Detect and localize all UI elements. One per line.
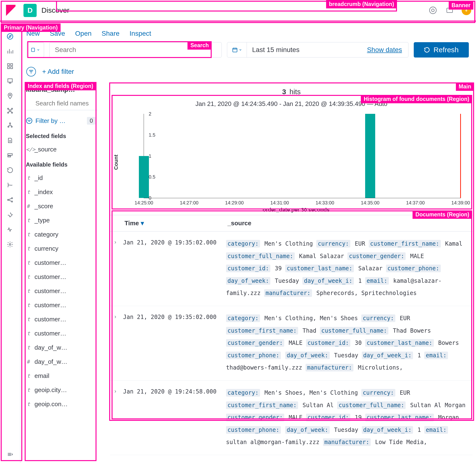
add-filter-link[interactable]: + Add filter <box>42 68 74 75</box>
nav-maps-icon[interactable] <box>6 92 14 100</box>
menu-new[interactable]: New <box>26 30 40 37</box>
histogram-caption: Jan 21, 2020 @ 14:24:35.490 - Jan 21, 20… <box>110 100 473 107</box>
nav-monitoring-icon[interactable] <box>6 226 14 233</box>
field-name: currency <box>35 245 58 252</box>
field-key: manufacturer: <box>264 289 312 297</box>
field-key: customer_full_name: <box>320 327 389 335</box>
svg-point-14 <box>11 112 13 113</box>
refresh-button[interactable]: Refresh <box>414 42 469 58</box>
chart-x-tick: 14:27:00 <box>180 200 199 206</box>
field-item[interactable]: #_score <box>26 199 98 213</box>
svg-point-11 <box>8 108 9 109</box>
field-item[interactable]: tcategory <box>26 227 98 241</box>
nav-discover-icon[interactable] <box>6 33 14 40</box>
calendar-button[interactable] <box>227 42 247 57</box>
fields-sidebar: kibana_samp… Filter by … 0 Selected fiel… <box>26 86 98 463</box>
field-key: category: <box>226 389 260 397</box>
field-key: customer_full_name: <box>226 252 295 260</box>
nav-logs-icon[interactable] <box>6 137 14 144</box>
nav-expand-icon[interactable] <box>6 451 14 458</box>
svg-point-3 <box>7 34 13 39</box>
svg-rect-25 <box>233 48 237 52</box>
newsfeed-icon[interactable] <box>445 6 454 15</box>
field-type-icon: t <box>26 302 31 308</box>
svg-point-20 <box>8 199 9 201</box>
field-search-input[interactable] <box>26 97 98 110</box>
show-dates-link[interactable]: Show dates <box>367 46 402 54</box>
field-key: customer_last_name: <box>365 414 434 421</box>
nav-devtools-icon[interactable] <box>6 211 14 219</box>
field-item[interactable]: #day_of_w… <box>26 355 98 369</box>
expand-row-icon[interactable]: › <box>114 312 123 320</box>
expand-row-icon[interactable]: › <box>114 238 123 245</box>
svg-rect-18 <box>8 154 12 155</box>
field-name: customer… <box>35 273 66 281</box>
filter-bar: + Add filter <box>26 65 74 78</box>
chart-y-tick: 0.5 <box>149 174 156 180</box>
primary-nav <box>0 24 20 463</box>
menu-open[interactable]: Open <box>75 30 92 37</box>
space-selector[interactable]: D <box>24 4 37 17</box>
hits-number: 3 <box>282 88 286 96</box>
selected-fields-title: Selected fields <box>26 128 98 142</box>
field-name: day_of_w… <box>35 358 67 365</box>
field-item[interactable]: tcustomer… <box>26 256 98 270</box>
col-source[interactable]: _source <box>227 220 458 227</box>
nav-siem-icon[interactable] <box>6 181 14 189</box>
field-item[interactable]: tcustomer… <box>26 284 98 298</box>
menu-save[interactable]: Save <box>50 30 65 37</box>
breadcrumb: Discover <box>41 6 69 14</box>
nav-management-icon[interactable] <box>6 240 14 248</box>
nav-graph-icon[interactable] <box>6 196 14 204</box>
field-source[interactable]: </> _source <box>26 142 98 157</box>
avatar-letter: e <box>466 8 467 12</box>
field-item[interactable]: t_type <box>26 213 98 227</box>
histogram-chart[interactable]: Count 00.511.5214:25:0014:27:0014:29:001… <box>129 112 463 213</box>
field-item[interactable]: tcustomer… <box>26 326 98 340</box>
saved-queries-button[interactable] <box>26 42 44 58</box>
nav-ml-icon[interactable] <box>6 107 14 115</box>
nav-visualize-icon[interactable] <box>6 47 14 55</box>
field-item[interactable]: tcustomer… <box>26 298 98 312</box>
svg-point-17 <box>11 126 12 127</box>
index-pattern-select[interactable]: kibana_samp… <box>26 86 98 97</box>
nav-canvas-icon[interactable] <box>6 77 14 85</box>
field-key: day_of_week_i: <box>362 426 413 434</box>
field-key: currency: <box>361 389 395 397</box>
field-item[interactable]: tday_of_w… <box>26 340 98 355</box>
filter-by-type[interactable]: Filter by … 0 <box>26 114 98 128</box>
field-item[interactable]: tgeoip.con… <box>26 397 98 411</box>
field-name: customer… <box>35 259 66 267</box>
field-item[interactable]: tcustomer… <box>26 270 98 284</box>
help-icon[interactable] <box>428 6 438 15</box>
field-name: geoip.con… <box>35 401 68 408</box>
filter-options-icon[interactable] <box>26 67 36 76</box>
nav-uptime-icon[interactable] <box>6 166 14 174</box>
nav-apm-icon[interactable] <box>6 151 14 159</box>
field-item[interactable]: tcurrency <box>26 241 98 256</box>
expand-row-icon[interactable]: › <box>114 387 123 394</box>
date-range-text[interactable]: Last 15 minutes <box>247 46 367 54</box>
menu-share[interactable]: Share <box>102 30 120 37</box>
svg-rect-5 <box>10 64 12 66</box>
chart-now-line <box>460 114 461 198</box>
field-item[interactable]: tgeoip.city… <box>26 383 98 397</box>
col-time[interactable]: Time ▾ <box>124 220 227 227</box>
field-key: customer_first_name: <box>226 401 298 409</box>
field-item[interactable]: temail <box>26 369 98 383</box>
field-key: customer_full_name: <box>337 401 406 409</box>
nav-infra-icon[interactable] <box>6 122 14 129</box>
field-item[interactable]: t_index <box>26 185 98 199</box>
discover-menubar: New Save Open Share Inspect <box>26 26 151 41</box>
search-input[interactable] <box>49 42 222 58</box>
field-item[interactable]: tcustomer… <box>26 312 98 326</box>
user-avatar[interactable]: e <box>462 6 471 15</box>
kibana-logo[interactable] <box>0 1 22 19</box>
hits-count: 3 hits <box>110 83 473 96</box>
field-name: customer… <box>35 287 66 295</box>
field-item[interactable]: t_id <box>26 171 98 185</box>
field-type-icon: # <box>26 203 31 209</box>
field-key: email: <box>424 352 448 359</box>
nav-dashboard-icon[interactable] <box>6 62 14 70</box>
menu-inspect[interactable]: Inspect <box>130 30 151 37</box>
